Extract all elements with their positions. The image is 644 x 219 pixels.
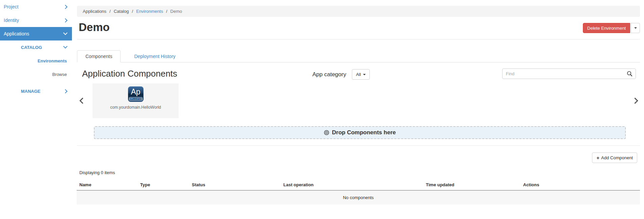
application-card[interactable]: Ap APPLICATION com.yourdomain.HelloWorld xyxy=(93,83,179,118)
caret-down-icon xyxy=(634,27,637,29)
main-content: Applications / Catalog / Environments / … xyxy=(72,0,644,219)
sidebar-section-label: CATALOG xyxy=(21,45,42,50)
tab-bar: Components Deployment History xyxy=(77,50,640,62)
sidebar-item-label: Project xyxy=(4,4,19,9)
page-header: Demo Delete Environment xyxy=(77,20,640,39)
delete-environment-button-group: Delete Environment xyxy=(583,23,640,33)
sidebar-item-label: Environments xyxy=(37,58,67,63)
application-name: com.yourdomain.HelloWorld xyxy=(93,105,179,110)
dropzone-label: Drop Components here xyxy=(332,129,396,136)
caret-down-icon xyxy=(363,74,366,75)
chevron-down-icon xyxy=(63,31,68,35)
find-input[interactable] xyxy=(502,69,636,79)
tab-deployment-history[interactable]: Deployment History xyxy=(126,51,183,62)
column-header-status: Status xyxy=(189,180,281,190)
tab-components[interactable]: Components xyxy=(77,50,121,62)
breadcrumb-separator: / xyxy=(166,9,168,14)
app-category-label: App category xyxy=(312,71,346,78)
sidebar: Project Identity Applications CATALOG En… xyxy=(0,0,72,219)
breadcrumb-environments-link[interactable]: Environments xyxy=(136,9,163,14)
section-title: Application Components xyxy=(82,69,177,79)
add-component-row: + Add Component xyxy=(77,153,640,163)
chevron-left-icon xyxy=(79,98,85,104)
application-icon-caption: APPLICATION xyxy=(129,97,143,101)
components-carousel: Ap APPLICATION com.yourdomain.HelloWorld xyxy=(77,83,640,118)
drop-components-zone[interactable]: Drop Components here xyxy=(94,126,626,139)
chevron-right-icon xyxy=(632,98,638,104)
column-header-time-updated: Time updated xyxy=(423,180,520,190)
application-icon-label: Ap xyxy=(128,86,144,98)
sidebar-section-manage[interactable]: MANAGE xyxy=(0,84,72,98)
target-icon xyxy=(324,130,329,135)
sidebar-item-label: Identity xyxy=(4,18,19,23)
components-section-header: Application Components App category All xyxy=(77,69,640,80)
app-category-filter: App category All xyxy=(312,69,370,80)
breadcrumb-applications[interactable]: Applications xyxy=(83,9,106,14)
breadcrumb-current: Demo xyxy=(170,9,182,14)
sidebar-item-applications[interactable]: Applications xyxy=(0,27,72,40)
chevron-down-icon xyxy=(63,44,68,49)
sidebar-item-label: Browse xyxy=(52,72,67,77)
add-component-label: Add Component xyxy=(601,155,633,160)
breadcrumb: Applications / Catalog / Environments / … xyxy=(77,6,640,17)
table-summary: Displaying 0 items xyxy=(79,170,640,175)
add-component-button[interactable]: + Add Component xyxy=(592,153,637,163)
chevron-right-icon xyxy=(63,18,68,23)
delete-environment-button[interactable]: Delete Environment xyxy=(583,23,630,33)
chevron-right-icon xyxy=(63,89,68,93)
delete-environment-dropdown-toggle[interactable] xyxy=(631,23,640,33)
app-category-dropdown[interactable]: All xyxy=(352,69,369,80)
empty-table-message: No components xyxy=(77,190,640,204)
sidebar-item-identity[interactable]: Identity xyxy=(0,13,72,27)
search-icon xyxy=(627,71,633,78)
sidebar-section-label: MANAGE xyxy=(21,89,41,94)
page: Project Identity Applications CATALOG En… xyxy=(0,0,644,219)
page-title: Demo xyxy=(79,21,110,34)
carousel-prev-button[interactable] xyxy=(79,99,85,103)
column-header-name: Name xyxy=(77,180,137,190)
plus-icon: + xyxy=(596,155,599,160)
app-category-value: All xyxy=(356,72,361,77)
column-header-actions: Actions xyxy=(520,180,640,190)
column-header-type: Type xyxy=(137,180,189,190)
breadcrumb-separator: / xyxy=(109,9,111,14)
components-table: Name Type Status Last operation Time upd… xyxy=(77,180,640,204)
sidebar-item-environments[interactable]: Environments xyxy=(0,54,72,67)
breadcrumb-catalog[interactable]: Catalog xyxy=(114,9,129,14)
sidebar-item-project[interactable]: Project xyxy=(0,0,72,13)
table-header-row: Name Type Status Last operation Time upd… xyxy=(77,180,640,190)
breadcrumb-separator: / xyxy=(132,9,133,14)
application-icon: Ap APPLICATION xyxy=(128,86,144,102)
chevron-right-icon xyxy=(63,5,68,9)
sidebar-item-browse[interactable]: Browse xyxy=(0,67,72,81)
carousel-next-button[interactable] xyxy=(632,99,638,103)
sidebar-item-label: Applications xyxy=(4,31,29,36)
column-header-last-operation: Last operation xyxy=(281,180,423,190)
sidebar-section-catalog[interactable]: CATALOG xyxy=(0,40,72,54)
find-wrapper xyxy=(502,69,636,79)
table-empty-row: No components xyxy=(77,190,640,204)
divider xyxy=(77,145,640,146)
